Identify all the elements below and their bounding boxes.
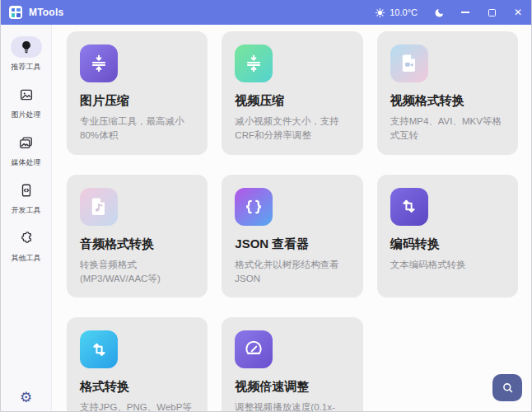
card-video-format-conversion[interactable]: 视频格式转换 支持MP4、AVI、MKV等格式互转 (377, 31, 518, 155)
card-video-speed[interactable]: 视频倍速调整 调整视频播放速度(0.1x-10x) (222, 317, 362, 411)
app-title: MTools (29, 7, 63, 18)
card-desc: 转换音频格式(MP3/WAV/AAC等) (80, 258, 194, 287)
card-json-viewer[interactable]: JSON 查看器 格式化并以树形结构查看 JSON (222, 175, 362, 298)
minimize-button[interactable] (452, 0, 478, 25)
transform-icon (80, 330, 118, 368)
card-title: 音频格式转换 (80, 236, 194, 252)
compress-icon (235, 44, 273, 82)
card-desc: 支持MP4、AVI、MKV等格式互转 (390, 115, 505, 143)
puzzle-icon (11, 227, 42, 249)
close-icon: ✕ (514, 7, 522, 17)
titlebar: MTools 10.0°C ✕ (1, 0, 531, 25)
sidebar-item-label: 其他工具 (12, 253, 41, 264)
sidebar-item-media-processing[interactable]: 媒体处理 (11, 132, 42, 168)
card-desc: 专业压缩工具，最高减小80%体积 (80, 115, 194, 143)
card-encoding-conversion[interactable]: 编码转换 文本编码格式转换 (377, 175, 518, 298)
card-desc: 支持JPG、PNG、WebP等格式互转 (80, 400, 194, 411)
card-title: 格式转换 (80, 379, 194, 395)
image-icon (11, 84, 42, 105)
search-button[interactable] (492, 374, 522, 401)
sidebar-item-label: 开发工具 (12, 205, 41, 216)
card-desc: 减小视频文件大小，支持CRF和分辨率调整 (235, 115, 349, 143)
card-desc: 格式化并以树形结构查看 JSON (235, 258, 349, 287)
minimize-icon (461, 12, 469, 13)
card-video-compression[interactable]: 视频压缩 减小视频文件大小，支持CRF和分辨率调整 (222, 31, 362, 155)
card-format-conversion[interactable]: 格式转换 支持JPG、PNG、WebP等格式互转 (67, 317, 208, 411)
app-logo-icon (9, 6, 22, 19)
tool-grid: 图片压缩 专业压缩工具，最高减小80%体积 视频压缩 减小视频文件大小，支持CR… (67, 31, 518, 411)
card-title: 视频压缩 (235, 93, 349, 109)
temperature-label: 10.0°C (390, 7, 418, 17)
card-audio-format-conversion[interactable]: 音频格式转换 转换音频格式(MP3/WAV/AAC等) (67, 175, 208, 298)
sidebar-item-other-tools[interactable]: 其他工具 (11, 227, 42, 264)
video-file-icon (390, 44, 428, 82)
weather-widget[interactable]: 10.0°C (366, 7, 426, 18)
transform-icon (390, 188, 428, 226)
card-title: 视频格式转换 (390, 93, 505, 109)
bulb-icon (11, 36, 42, 58)
audio-file-icon (80, 188, 118, 226)
sidebar-item-label: 图片处理 (12, 110, 41, 120)
card-image-compression[interactable]: 图片压缩 专业压缩工具，最高减小80%体积 (67, 31, 208, 155)
maximize-button[interactable] (478, 0, 505, 25)
sun-icon (375, 7, 385, 18)
card-title: 编码转换 (390, 236, 505, 252)
sidebar-item-label: 推荐工具 (12, 62, 41, 73)
media-icon (11, 132, 42, 153)
card-desc: 文本编码格式转换 (390, 258, 505, 272)
search-icon (501, 381, 515, 395)
moon-icon (434, 7, 445, 18)
sidebar-item-label: 媒体处理 (12, 157, 41, 168)
close-button[interactable]: ✕ (505, 0, 531, 25)
card-title: 图片压缩 (80, 93, 194, 109)
gear-icon: ⚙ (20, 390, 32, 405)
card-title: 视频倍速调整 (235, 379, 349, 395)
app-window: MTools 10.0°C ✕ (0, 0, 532, 412)
braces-icon (235, 188, 273, 226)
maximize-icon (488, 9, 496, 16)
sidebar-item-recommended-tools[interactable]: 推荐工具 (11, 36, 42, 73)
theme-toggle-button[interactable] (426, 0, 452, 25)
settings-button[interactable]: ⚙ (1, 391, 51, 405)
compress-icon (80, 44, 118, 82)
sidebar-item-dev-tools[interactable]: 开发工具 (11, 180, 42, 216)
card-title: JSON 查看器 (235, 236, 349, 252)
main-content: 图片压缩 专业压缩工具，最高减小80%体积 视频压缩 减小视频文件大小，支持CR… (52, 25, 531, 411)
card-desc: 调整视频播放速度(0.1x-10x) (235, 400, 349, 411)
speedometer-icon (235, 330, 273, 368)
sidebar-item-image-processing[interactable]: 图片处理 (11, 84, 42, 120)
dev-code-icon (11, 180, 42, 201)
sidebar: 推荐工具 图片处理 (1, 25, 52, 411)
